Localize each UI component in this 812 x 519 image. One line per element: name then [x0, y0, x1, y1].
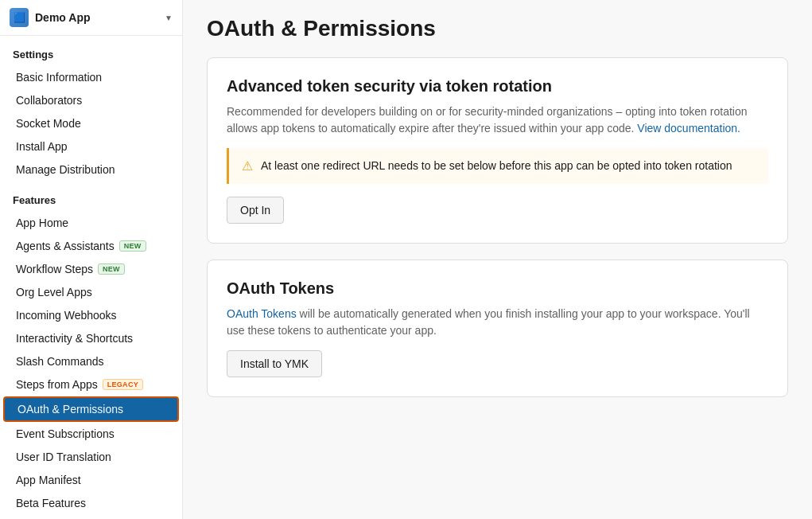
sidebar-item-interactivity-shortcuts[interactable]: Interactivity & Shortcuts	[3, 327, 179, 349]
app-name: Demo App	[35, 11, 158, 24]
features-section-label: Features	[0, 181, 182, 211]
oauth-tokens-card: OAuth Tokens OAuth Tokens will be automa…	[207, 260, 788, 397]
alert-box: ⚠ At least one redirect URL needs to be …	[227, 148, 768, 184]
token-section-description: Recommended for developers building on o…	[227, 103, 768, 137]
sidebar-item-collaborators[interactable]: Collaborators	[3, 89, 179, 111]
sidebar-item-slash-commands[interactable]: Slash Commands	[3, 350, 179, 373]
app-selector[interactable]: 🟦 Demo App ▼	[0, 0, 182, 36]
token-rotation-card: Advanced token security via token rotati…	[207, 57, 788, 244]
sidebar-item-agents-assistants[interactable]: Agents & AssistantsNEW	[3, 235, 179, 257]
chevron-down-icon: ▼	[165, 14, 173, 22]
alert-text: At least one redirect URL needs to be se…	[261, 158, 732, 174]
main-content: OAuth & Permissions Advanced token secur…	[183, 0, 812, 519]
sidebar-item-workflow-steps[interactable]: Workflow StepsNEW	[3, 258, 179, 280]
view-documentation-link[interactable]: View documentation.	[637, 122, 740, 135]
oauth-tokens-link[interactable]: OAuth Tokens	[227, 307, 297, 320]
settings-section-label: Settings	[0, 36, 182, 65]
sidebar-item-socket-mode[interactable]: Socket Mode	[3, 112, 179, 135]
sidebar-item-basic-information[interactable]: Basic Information	[3, 66, 179, 88]
sidebar-item-incoming-webhooks[interactable]: Incoming Webhooks	[3, 304, 179, 326]
sidebar-item-org-level-apps[interactable]: Org Level Apps	[3, 281, 179, 303]
app-icon: 🟦	[10, 8, 29, 27]
opt-in-button[interactable]: Opt In	[227, 197, 284, 224]
oauth-section-description: OAuth Tokens will be automatically gener…	[227, 306, 768, 339]
warning-icon: ⚠	[242, 158, 253, 174]
sidebar-item-event-subscriptions[interactable]: Event Subscriptions	[3, 423, 179, 445]
sidebar-item-steps-from-apps[interactable]: Steps from AppsLEGACY	[3, 373, 179, 396]
settings-nav: Basic InformationCollaboratorsSocket Mod…	[0, 65, 182, 181]
sidebar-item-install-app[interactable]: Install App	[3, 135, 179, 158]
sidebar-item-app-home[interactable]: App Home	[3, 212, 179, 234]
token-section-title: Advanced token security via token rotati…	[227, 77, 768, 96]
sidebar-item-beta-features[interactable]: Beta Features	[3, 492, 179, 514]
sidebar-item-app-manifest[interactable]: App Manifest	[3, 469, 179, 491]
page-title: OAuth & Permissions	[207, 16, 788, 41]
install-button[interactable]: Install to YMK	[227, 350, 322, 377]
oauth-section-title: OAuth Tokens	[227, 279, 768, 298]
sidebar-item-user-id-translation[interactable]: User ID Translation	[3, 446, 179, 468]
sidebar: 🟦 Demo App ▼ Settings Basic InformationC…	[0, 0, 183, 519]
sidebar-item-manage-distribution[interactable]: Manage Distribution	[3, 158, 179, 181]
sidebar-item-oauth-permissions[interactable]: OAuth & Permissions	[3, 396, 179, 422]
features-nav: App HomeAgents & AssistantsNEWWorkflow S…	[0, 211, 182, 515]
